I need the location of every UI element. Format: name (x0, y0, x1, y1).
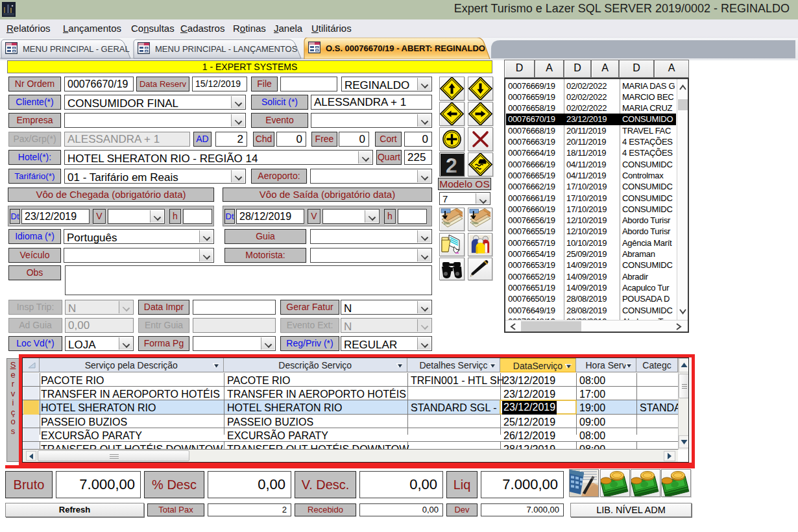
svg-text:2: 2 (446, 154, 457, 176)
